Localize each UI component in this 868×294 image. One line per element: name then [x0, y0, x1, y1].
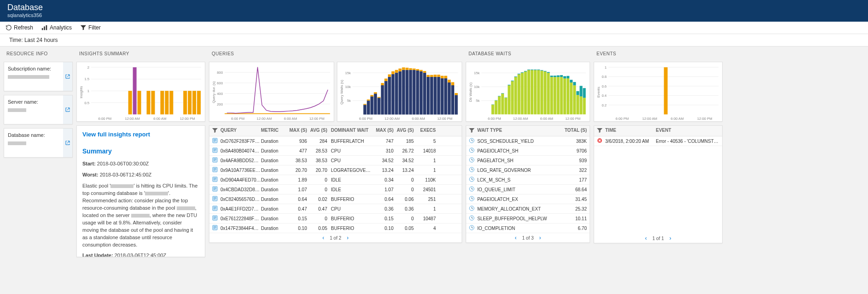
svg-rect-212 [579, 96, 582, 114]
table-row[interactable]: IO_QUEUE_LIMIT 68.64 [466, 185, 590, 194]
col-avg2[interactable]: AVG (S) [393, 128, 414, 134]
svg-rect-195 [550, 76, 553, 77]
database-open-link[interactable] [63, 129, 72, 157]
query-duration-chart[interactable]: 2004006008006:00 PM12:00 AM6:00 AM12:00 … [209, 62, 334, 122]
svg-text:0.5: 0.5 [84, 101, 89, 105]
svg-text:15k: 15k [345, 71, 351, 75]
col-metric[interactable]: METRIC [261, 128, 287, 134]
events-next[interactable]: › [670, 235, 671, 241]
table-row[interactable]: MEMORY_ALLOCATION_EXT 25.32 [466, 204, 590, 214]
col-time[interactable]: TIME [605, 128, 656, 134]
col-query[interactable]: QUERY [220, 128, 261, 134]
col-total[interactable]: TOTAL (S) [562, 128, 587, 134]
subscription-open-link[interactable] [63, 62, 72, 91]
svg-rect-191 [544, 71, 546, 71]
svg-rect-194 [550, 77, 553, 114]
svg-rect-188 [540, 71, 543, 114]
svg-rect-175 [517, 74, 520, 74]
svg-rect-89 [427, 77, 430, 115]
waits-prev[interactable]: ‹ [515, 235, 516, 241]
queries-next[interactable]: › [347, 235, 349, 241]
query-icon [212, 186, 218, 192]
insights-chart[interactable]: 0.511.526:00 PM12:00 AM6:00 AM12:00 PMIn… [76, 62, 205, 122]
svg-rect-129 [214, 188, 216, 189]
filter-button[interactable]: Filter [80, 24, 101, 31]
query-icon [212, 196, 218, 201]
svg-text:400: 400 [217, 92, 223, 96]
queries-prev[interactable]: ‹ [322, 235, 324, 241]
svg-rect-171 [511, 81, 514, 81]
table-row[interactable]: 0xC824056576DF… Duration 0.64 0.02 BUFFE… [209, 194, 462, 204]
table-row[interactable]: 0xA4E1FFD2D77C… Duration 0.47 0.47 CPU 0… [209, 204, 462, 214]
svg-rect-187 [537, 70, 540, 70]
svg-rect-159 [492, 105, 494, 105]
filter-icon[interactable] [597, 128, 602, 133]
events-prev[interactable]: ‹ [645, 235, 647, 241]
filter-icon[interactable] [469, 128, 475, 133]
svg-rect-78 [405, 68, 409, 70]
svg-rect-67 [388, 77, 391, 115]
wait-icon [469, 186, 475, 192]
query-hash: 0xC824056576DF… [220, 197, 261, 202]
svg-text:12:00 PM: 12:00 PM [180, 117, 195, 121]
col-domwait[interactable]: DOMINANT WAIT [327, 128, 373, 134]
table-row[interactable]: 0x8A480B040746… Duration 477 28.53 CPU 3… [209, 146, 462, 156]
svg-rect-180 [527, 70, 530, 114]
svg-rect-114 [214, 151, 215, 151]
table-row[interactable]: PAGEIOLATCH_SH 9706 [466, 146, 590, 156]
col-max2[interactable]: MAX (S) [373, 128, 393, 134]
svg-rect-182 [531, 70, 533, 114]
svg-rect-56 [367, 100, 370, 100]
svg-rect-210 [576, 95, 579, 114]
page-subtitle: sqlanalytics356 [7, 12, 861, 18]
svg-text:10k: 10k [345, 85, 351, 89]
table-row[interactable]: IO_COMPLETION 6.70 [466, 223, 590, 233]
table-row[interactable]: 3/6/2018, 2:00:20 AM Error - 40536 - 'CO… [594, 136, 722, 146]
error-icon [597, 138, 602, 143]
time-range-bar[interactable]: Time: Last 24 hours [0, 34, 868, 47]
table-row[interactable]: 0x9A10A7736EED… Duration 20.70 20.70 LOG… [209, 165, 462, 175]
svg-rect-54 [363, 104, 366, 105]
col-event[interactable]: EVENT [656, 128, 719, 134]
table-row[interactable]: 0xD904A4FED700… Duration 1.89 0 IDLE 0.3… [209, 175, 462, 185]
svg-rect-214 [583, 98, 586, 114]
refresh-button[interactable]: Refresh [6, 24, 33, 31]
table-row[interactable]: 0xE761222848FB8D Duration 0.15 0 BUFFERI… [209, 214, 462, 223]
query-hash: 0xD762F283F7FBF5 [220, 139, 261, 144]
filter-icon[interactable] [212, 128, 218, 133]
view-full-report-link[interactable]: View full insights report [82, 130, 150, 139]
col-avg[interactable]: AVG (S) [307, 128, 327, 134]
col-max[interactable]: MAX (S) [287, 128, 307, 134]
svg-rect-26 [192, 91, 196, 114]
svg-rect-104 [451, 82, 454, 85]
svg-rect-126 [214, 180, 215, 180]
svg-rect-64 [381, 83, 384, 85]
svg-text:12:00 PM: 12:00 PM [565, 117, 580, 121]
table-row[interactable]: PAGEIOLATCH_EX 31.45 [466, 194, 590, 204]
table-row[interactable]: 0x4CBDAD32D85… Duration 1.07 0 IDLE 1.07… [209, 185, 462, 194]
db-waits-chart[interactable]: 5k10k15k6:00 PM12:00 AM6:00 AM12:00 PMDb… [466, 62, 590, 122]
svg-rect-164 [501, 94, 504, 114]
table-row[interactable]: 0x147F23844F44E8 Duration 0.10 0.05 BUFF… [209, 223, 462, 233]
table-row[interactable]: LCK_M_SCH_S 177 [466, 175, 590, 185]
svg-text:12:00 AM: 12:00 AM [642, 117, 657, 121]
svg-rect-53 [363, 105, 366, 114]
table-row[interactable]: LOG_RATE_GOVERNOR 322 [466, 165, 590, 175]
svg-rect-145 [214, 227, 216, 228]
query-waits-chart[interactable]: 5k10k15k6:00 PM12:00 AM6:00 AM12:00 PMQu… [337, 62, 462, 122]
server-open-link[interactable] [63, 95, 72, 124]
table-row[interactable]: PAGELATCH_SH 939 [466, 156, 590, 165]
table-row[interactable]: 0x4AFA9BDD526… Duration 38.53 38.53 CPU … [209, 156, 462, 165]
events-chart[interactable]: 0.20.40.60.816:00 PM12:00 AM6:00 AM12:00… [594, 62, 723, 122]
col-wait-type[interactable]: WAIT TYPE [477, 128, 562, 134]
svg-rect-196 [554, 77, 556, 114]
table-row[interactable]: 0xD762F283F7FBF5 Duration 936 284 BUFFER… [209, 136, 462, 146]
waits-next[interactable]: › [539, 235, 541, 241]
table-row[interactable]: SLEEP_BUFFERPOOL_HELPLW 10.11 [466, 214, 590, 223]
analytics-button[interactable]: Analytics [41, 24, 72, 31]
query-hash: 0xA4E1FFD2D77C… [220, 206, 261, 212]
col-execs[interactable]: EXECS [414, 128, 436, 134]
table-row[interactable]: SOS_SCHEDULER_YIELD 383K [466, 136, 590, 146]
svg-rect-186 [537, 70, 540, 114]
svg-rect-140 [214, 217, 216, 217]
